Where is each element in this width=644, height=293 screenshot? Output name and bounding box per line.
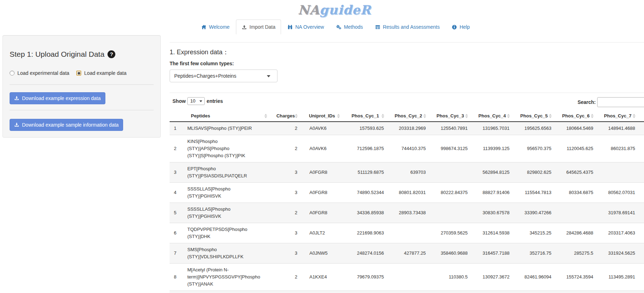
question-circle-icon[interactable]: ? — [108, 50, 115, 58]
column-types-selected-value: Peptides+Charges+Proteins — [174, 73, 236, 79]
table-cell: 28903.73438 — [387, 203, 429, 223]
tab-results-and-assessments-link[interactable]: Results and Assessments — [369, 20, 445, 34]
logo-part-guider: guideR — [320, 2, 371, 17]
table-row-partial[interactable] — [170, 291, 644, 293]
col-header-label: Uniprot_IDs — [309, 113, 335, 118]
caret-down-icon — [199, 100, 202, 102]
sort-icon — [465, 114, 468, 118]
table-row[interactable]: 6TQDPVPPETPSDS[Phospho(STY)]DHK3A0JLT222… — [170, 223, 644, 243]
table-cell: 80562.07031 — [597, 183, 639, 203]
radio-load-example[interactable]: Load example data — [76, 70, 126, 76]
table-header-row: Peptides Charges Uniprot_IDs Phos_Cyc_1 … — [170, 111, 644, 122]
table-cell — [639, 291, 644, 293]
table-cell: 3 — [170, 162, 185, 183]
table-cell — [471, 291, 513, 293]
download-sample-info-button[interactable]: Download example sample information data — [10, 119, 123, 131]
tab-results-and-assessments[interactable]: Results and Assessments — [369, 20, 445, 34]
table-cell: 8 — [170, 264, 185, 291]
table-cell — [185, 291, 270, 293]
table-cell: 2 — [170, 135, 185, 162]
col-header-phos-cyc-1[interactable]: Phos_Cyc_1 — [343, 111, 387, 122]
table-cell: 33390.47266 — [513, 203, 555, 223]
table-cell: 331924.5625 — [597, 243, 639, 264]
table-row[interactable]: 3EPT[Phospho(STY)]PSIASDISLPIATQELR3A0FG… — [170, 162, 644, 183]
tab-help[interactable]: Help — [446, 20, 475, 34]
table-cell: 115544.7813 — [513, 183, 555, 203]
tab-na-overview[interactable]: NA Overview — [282, 20, 330, 34]
table-cell: 180664.5469 — [555, 122, 597, 135]
tab-label: Welcome — [209, 23, 230, 31]
column-types-select[interactable]: Peptides+Charges+Proteins — [170, 70, 277, 82]
table-cell: 511129.6875 — [343, 162, 387, 183]
table-cell: 427877.25 — [387, 243, 429, 264]
table-cell: 148941.4688 — [597, 122, 639, 135]
col-header-phos-cyc-4[interactable]: Phos_Cyc_4 — [471, 111, 513, 122]
content-divider-mid — [170, 93, 644, 93]
col-header-label: Phos_Cyc_1 — [352, 113, 379, 118]
radio-label: Load example data — [84, 70, 126, 76]
table-cell — [639, 135, 644, 162]
tab-methods-link[interactable]: Methods — [330, 20, 369, 34]
radio-label: Load experimental data — [17, 70, 69, 76]
column-types-label: The first few column types: — [170, 61, 644, 66]
table-cell: 79679.09375 — [343, 264, 387, 291]
table-cell — [387, 291, 429, 293]
table-cell: 82461.96094 — [513, 264, 555, 291]
table-cell: M[Acetyl (Protein N-term)]NPVYSPGSSGVPY[… — [185, 264, 270, 291]
table-row[interactable]: 2KINS[Phospho(STY)]APS[Phospho(STY)]S[Ph… — [170, 135, 644, 162]
table-row[interactable]: 5SSSSLLAS[Phospho(STY)]PGHISVK2A0FGR8343… — [170, 203, 644, 223]
table-cell: 312614.5938 — [471, 223, 513, 243]
section-title: 1. Expression data： — [170, 49, 644, 56]
show-label: Show — [172, 98, 186, 104]
tab-methods[interactable]: Methods — [330, 20, 369, 34]
table-cell: 1120045.625 — [555, 135, 597, 162]
table-cell: SSSSLLAS[Phospho(STY)]PGHISVK — [185, 183, 270, 203]
col-header-phos-cyc-6[interactable]: Phos_Cyc_6 — [555, 111, 597, 122]
col-header-phos-cyc-5[interactable]: Phos_Cyc_5 — [513, 111, 555, 122]
table-cell — [343, 291, 387, 293]
col-header-phos-cyc-2[interactable]: Phos_Cyc_2 — [387, 111, 429, 122]
tab-label: NA Overview — [295, 23, 324, 31]
sidebar-divider-2 — [10, 110, 154, 110]
col-header-phos-cyc-7[interactable]: Phos_Cyc_7 — [597, 111, 639, 122]
table-icon — [375, 24, 380, 30]
tab-welcome-link[interactable]: Welcome — [196, 20, 235, 34]
table-length-control: Show 10 entries — [172, 97, 223, 105]
table-cell: 284286.4688 — [555, 223, 597, 243]
sort-icon — [295, 114, 298, 118]
home-icon — [201, 24, 207, 30]
table-row[interactable]: 8M[Acetyl (Protein N-term)]NPVYSPGSSGVPY… — [170, 264, 644, 291]
table-row[interactable]: 4SSSSLLAS[Phospho(STY)]PGHISVK3A0FGR8748… — [170, 183, 644, 203]
table-cell: 639703 — [387, 162, 429, 183]
content-divider-top — [170, 42, 644, 43]
tab-help-link[interactable]: Help — [446, 20, 475, 34]
sort-icon — [633, 114, 635, 118]
table-cell: 998674.3125 — [429, 135, 471, 162]
table-cell: 829802.625 — [513, 162, 555, 183]
download-expression-data-button[interactable]: Download example expression data — [10, 92, 105, 104]
sort-icon — [591, 114, 594, 118]
logo-part-na: NA — [298, 2, 319, 17]
col-header-label: Phos_Cyc_7 — [604, 113, 631, 118]
col-header-uniprot-ids[interactable]: Uniprot_IDs — [301, 111, 343, 122]
search-input[interactable] — [597, 97, 644, 107]
col-header-peptides[interactable]: Peptides — [185, 111, 270, 122]
tab-import-data[interactable]: Import Data — [236, 20, 281, 34]
col-header-phos-cyc-3[interactable]: Phos_Cyc_3 — [429, 111, 471, 122]
tab-na-overview-link[interactable]: NA Overview — [282, 20, 330, 34]
button-label: Download example expression data — [22, 95, 101, 102]
radio-load-experimental[interactable]: Load experimental data — [10, 70, 69, 76]
page-length-select[interactable]: 10 — [187, 97, 205, 105]
col-header-charges[interactable]: Charges — [270, 111, 301, 122]
table-row[interactable]: 7SMS[Phospho(STY)]VDLSHIPLKDPLLFK3A0JNW5… — [170, 243, 644, 264]
table-cell: 34336.85938 — [343, 203, 387, 223]
table-cell: 645625.4375 — [555, 162, 597, 183]
table-cell: A0AVK6 — [301, 122, 343, 135]
table-cell: 744410.375 — [387, 135, 429, 162]
tab-welcome[interactable]: Welcome — [196, 20, 235, 34]
radio-selected-icon — [76, 71, 81, 76]
tab-import-data-link[interactable]: Import Data — [236, 20, 281, 34]
table-cell — [170, 291, 185, 293]
table-row[interactable]: 1MLISAVS[Phospho (STY)]PEIR2A0AVK6157593… — [170, 122, 644, 135]
table-cell: A0AVK6 — [301, 135, 343, 162]
